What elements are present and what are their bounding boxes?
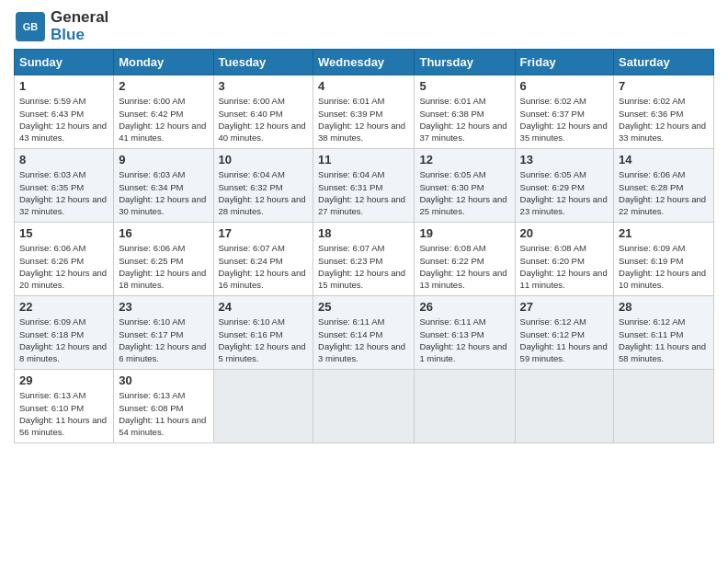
- calendar-cell: [213, 370, 313, 443]
- calendar-cell: 4 Sunrise: 6:01 AM Sunset: 6:39 PM Dayli…: [313, 75, 415, 149]
- calendar-cell: 20 Sunrise: 6:08 AM Sunset: 6:20 PM Dayl…: [515, 223, 613, 296]
- day-number: 30: [119, 373, 208, 387]
- logo-text: General: [51, 9, 108, 27]
- weekday-header-row: SundayMondayTuesdayWednesdayThursdayFrid…: [15, 50, 714, 75]
- logo-blue-text: Blue: [51, 27, 108, 44]
- calendar-cell: 23 Sunrise: 6:10 AM Sunset: 6:17 PM Dayl…: [114, 296, 213, 370]
- calendar-cell: 7 Sunrise: 6:02 AM Sunset: 6:36 PM Dayli…: [614, 75, 714, 149]
- day-info: Sunrise: 6:06 AM Sunset: 6:26 PM Dayligh…: [19, 242, 108, 291]
- day-info: Sunrise: 6:08 AM Sunset: 6:22 PM Dayligh…: [419, 242, 509, 291]
- day-number: 13: [520, 153, 609, 167]
- calendar-cell: 30 Sunrise: 6:13 AM Sunset: 6:08 PM Dayl…: [114, 370, 213, 443]
- calendar-cell: 11 Sunrise: 6:04 AM Sunset: 6:31 PM Dayl…: [313, 149, 415, 223]
- logo: GB General Blue: [14, 9, 108, 43]
- calendar-row: 1 Sunrise: 5:59 AM Sunset: 6:43 PM Dayli…: [15, 75, 714, 149]
- calendar-cell: 9 Sunrise: 6:03 AM Sunset: 6:34 PM Dayli…: [114, 149, 213, 223]
- day-number: 12: [419, 153, 509, 167]
- page-container: GB General Blue SundayMondayTuesdayWedne…: [0, 0, 728, 453]
- calendar-cell: 18 Sunrise: 6:07 AM Sunset: 6:23 PM Dayl…: [313, 223, 415, 296]
- calendar-cell: 28 Sunrise: 6:12 AM Sunset: 6:11 PM Dayl…: [614, 296, 714, 370]
- day-number: 1: [19, 79, 108, 93]
- calendar-cell: 13 Sunrise: 6:05 AM Sunset: 6:29 PM Dayl…: [515, 149, 613, 223]
- weekday-header-cell: Tuesday: [213, 50, 313, 75]
- day-info: Sunrise: 5:59 AM Sunset: 6:43 PM Dayligh…: [19, 95, 108, 144]
- day-info: Sunrise: 6:10 AM Sunset: 6:17 PM Dayligh…: [119, 316, 208, 364]
- day-info: Sunrise: 6:01 AM Sunset: 6:39 PM Dayligh…: [318, 95, 409, 144]
- calendar-cell: 2 Sunrise: 6:00 AM Sunset: 6:42 PM Dayli…: [114, 75, 213, 149]
- day-info: Sunrise: 6:04 AM Sunset: 6:31 PM Dayligh…: [318, 168, 409, 217]
- calendar-cell: 25 Sunrise: 6:11 AM Sunset: 6:14 PM Dayl…: [313, 296, 415, 370]
- day-info: Sunrise: 6:11 AM Sunset: 6:14 PM Dayligh…: [318, 316, 409, 364]
- day-info: Sunrise: 6:11 AM Sunset: 6:13 PM Dayligh…: [419, 316, 509, 364]
- day-number: 10: [219, 153, 309, 167]
- calendar-cell: 8 Sunrise: 6:03 AM Sunset: 6:35 PM Dayli…: [15, 149, 114, 223]
- calendar-cell: 19 Sunrise: 6:08 AM Sunset: 6:22 PM Dayl…: [415, 223, 515, 296]
- day-info: Sunrise: 6:04 AM Sunset: 6:32 PM Dayligh…: [219, 168, 309, 217]
- calendar-cell: 12 Sunrise: 6:05 AM Sunset: 6:30 PM Dayl…: [415, 149, 515, 223]
- day-number: 4: [318, 79, 409, 93]
- day-info: Sunrise: 6:07 AM Sunset: 6:24 PM Dayligh…: [219, 242, 309, 291]
- day-info: Sunrise: 6:07 AM Sunset: 6:23 PM Dayligh…: [318, 242, 409, 291]
- day-info: Sunrise: 6:12 AM Sunset: 6:11 PM Dayligh…: [619, 316, 709, 364]
- day-number: 18: [318, 226, 409, 240]
- weekday-header-cell: Monday: [114, 50, 213, 75]
- header: GB General Blue: [14, 9, 714, 43]
- day-number: 20: [520, 226, 609, 240]
- calendar-cell: [415, 370, 515, 443]
- day-info: Sunrise: 6:02 AM Sunset: 6:37 PM Dayligh…: [520, 95, 609, 144]
- day-info: Sunrise: 6:02 AM Sunset: 6:36 PM Dayligh…: [619, 95, 709, 144]
- calendar-cell: 17 Sunrise: 6:07 AM Sunset: 6:24 PM Dayl…: [213, 223, 313, 296]
- calendar-cell: 16 Sunrise: 6:06 AM Sunset: 6:25 PM Dayl…: [114, 223, 213, 296]
- day-number: 19: [419, 226, 509, 240]
- day-number: 17: [219, 226, 309, 240]
- day-info: Sunrise: 6:03 AM Sunset: 6:35 PM Dayligh…: [19, 168, 108, 217]
- weekday-header-cell: Friday: [515, 50, 613, 75]
- day-info: Sunrise: 6:05 AM Sunset: 6:30 PM Dayligh…: [419, 168, 509, 217]
- calendar-row: 22 Sunrise: 6:09 AM Sunset: 6:18 PM Dayl…: [15, 296, 714, 370]
- day-number: 28: [619, 300, 709, 314]
- calendar-table: SundayMondayTuesdayWednesdayThursdayFrid…: [14, 49, 714, 443]
- day-info: Sunrise: 6:13 AM Sunset: 6:08 PM Dayligh…: [119, 389, 208, 438]
- day-number: 14: [619, 153, 709, 167]
- weekday-header-cell: Saturday: [614, 50, 714, 75]
- calendar-cell: [313, 370, 415, 443]
- day-number: 6: [520, 79, 609, 93]
- calendar-row: 8 Sunrise: 6:03 AM Sunset: 6:35 PM Dayli…: [15, 149, 714, 223]
- day-number: 8: [19, 153, 108, 167]
- day-number: 26: [419, 300, 509, 314]
- day-number: 3: [219, 79, 309, 93]
- day-number: 21: [619, 226, 709, 240]
- day-number: 24: [219, 300, 309, 314]
- calendar-cell: 22 Sunrise: 6:09 AM Sunset: 6:18 PM Dayl…: [15, 296, 114, 370]
- day-info: Sunrise: 6:09 AM Sunset: 6:19 PM Dayligh…: [619, 242, 709, 291]
- weekday-header-cell: Thursday: [415, 50, 515, 75]
- calendar-cell: 6 Sunrise: 6:02 AM Sunset: 6:37 PM Dayli…: [515, 75, 613, 149]
- day-info: Sunrise: 6:12 AM Sunset: 6:12 PM Dayligh…: [520, 316, 609, 364]
- day-info: Sunrise: 6:00 AM Sunset: 6:40 PM Dayligh…: [219, 95, 309, 144]
- day-number: 29: [19, 373, 108, 387]
- day-info: Sunrise: 6:00 AM Sunset: 6:42 PM Dayligh…: [119, 95, 208, 144]
- day-number: 22: [19, 300, 108, 314]
- day-number: 5: [419, 79, 509, 93]
- calendar-cell: 3 Sunrise: 6:00 AM Sunset: 6:40 PM Dayli…: [213, 75, 313, 149]
- logo-icon: GB: [14, 10, 47, 43]
- day-info: Sunrise: 6:06 AM Sunset: 6:25 PM Dayligh…: [119, 242, 208, 291]
- day-info: Sunrise: 6:06 AM Sunset: 6:28 PM Dayligh…: [619, 168, 709, 217]
- day-info: Sunrise: 6:03 AM Sunset: 6:34 PM Dayligh…: [119, 168, 208, 217]
- day-number: 9: [119, 153, 208, 167]
- day-info: Sunrise: 6:08 AM Sunset: 6:20 PM Dayligh…: [520, 242, 609, 291]
- calendar-cell: 24 Sunrise: 6:10 AM Sunset: 6:16 PM Dayl…: [213, 296, 313, 370]
- calendar-cell: [614, 370, 714, 443]
- day-info: Sunrise: 6:09 AM Sunset: 6:18 PM Dayligh…: [19, 316, 108, 364]
- day-number: 2: [119, 79, 208, 93]
- calendar-cell: 1 Sunrise: 5:59 AM Sunset: 6:43 PM Dayli…: [15, 75, 114, 149]
- calendar-row: 15 Sunrise: 6:06 AM Sunset: 6:26 PM Dayl…: [15, 223, 714, 296]
- calendar-cell: 5 Sunrise: 6:01 AM Sunset: 6:38 PM Dayli…: [415, 75, 515, 149]
- day-number: 11: [318, 153, 409, 167]
- day-number: 7: [619, 79, 709, 93]
- day-number: 16: [119, 226, 208, 240]
- calendar-body: 1 Sunrise: 5:59 AM Sunset: 6:43 PM Dayli…: [15, 75, 714, 443]
- day-number: 23: [119, 300, 208, 314]
- svg-text:GB: GB: [23, 21, 39, 32]
- day-info: Sunrise: 6:10 AM Sunset: 6:16 PM Dayligh…: [219, 316, 309, 364]
